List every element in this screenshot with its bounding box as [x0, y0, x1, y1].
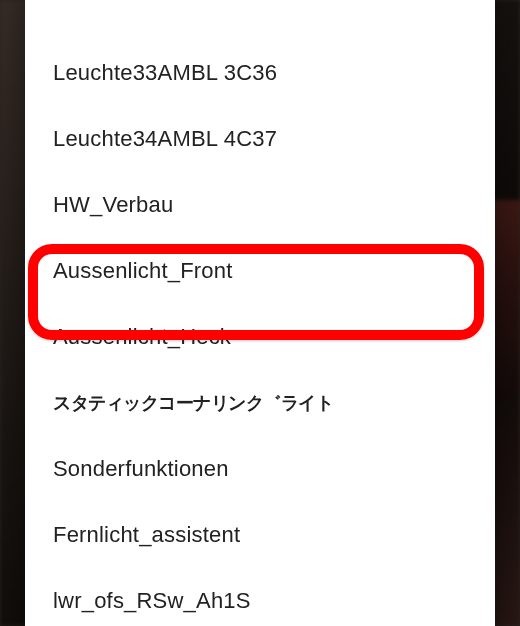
- list-item-label: Leuchte33AMBL 3C36: [53, 60, 277, 86]
- menu-panel: Leuchte32AMBL 2C35 Leuchte33AMBL 3C36 Le…: [25, 0, 495, 626]
- menu-list: Leuchte32AMBL 2C35 Leuchte33AMBL 3C36 Le…: [25, 0, 495, 626]
- list-item[interactable]: Sonderfunktionen: [25, 436, 495, 502]
- list-item[interactable]: Leuchte32AMBL 2C35: [25, 0, 495, 40]
- list-item-label: Leuchte34AMBL 4C37: [53, 126, 277, 152]
- list-item-label: HW_Verbau: [53, 192, 173, 218]
- list-item-label: スタティックコーナリンク゛ライト: [53, 391, 333, 415]
- list-item[interactable]: lwr_ofs_RSw_Ah1S: [25, 568, 495, 626]
- list-item[interactable]: Fernlicht_assistent: [25, 502, 495, 568]
- list-item-label: lwr_ofs_RSw_Ah1S: [53, 588, 251, 614]
- list-item-label: Sonderfunktionen: [53, 456, 229, 482]
- list-item-label: Aussenlicht_Heck: [53, 324, 231, 350]
- list-item[interactable]: Aussenlicht_Heck: [25, 304, 495, 370]
- list-item[interactable]: Leuchte34AMBL 4C37: [25, 106, 495, 172]
- list-item-label: Fernlicht_assistent: [53, 522, 240, 548]
- list-item[interactable]: Leuchte33AMBL 3C36: [25, 40, 495, 106]
- list-item[interactable]: HW_Verbau: [25, 172, 495, 238]
- list-item[interactable]: Aussenlicht_Front: [25, 238, 495, 304]
- list-item-label: Aussenlicht_Front: [53, 258, 233, 284]
- list-item[interactable]: スタティックコーナリンク゛ライト: [25, 370, 495, 436]
